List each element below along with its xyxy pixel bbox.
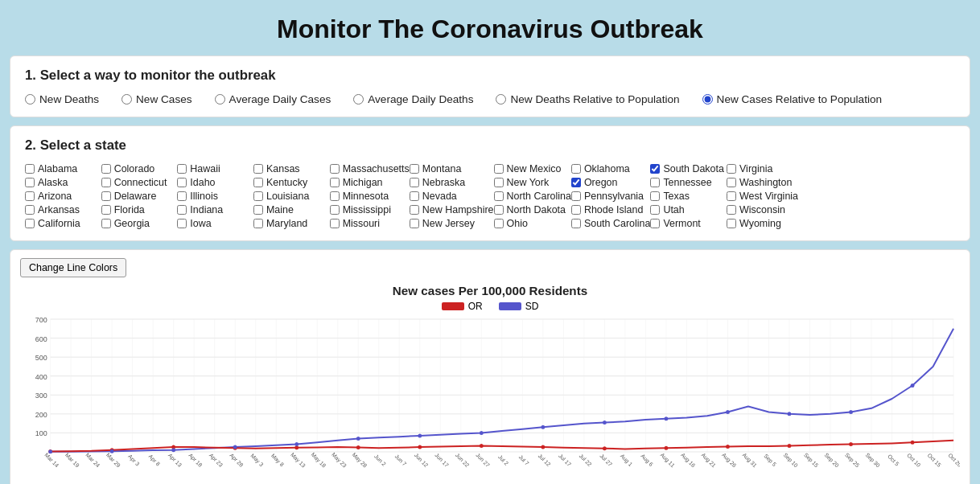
checkbox-input-colorado[interactable] <box>101 164 111 174</box>
checkbox-input-south-carolina[interactable] <box>571 219 581 228</box>
checkbox-oregon[interactable]: Oregon <box>571 177 650 188</box>
checkbox-alaska[interactable]: Alaska <box>25 177 101 188</box>
checkbox-north-carolina[interactable]: North Carolina <box>494 191 571 202</box>
checkbox-georgia[interactable]: Georgia <box>101 218 178 229</box>
checkbox-input-rhode-island[interactable] <box>571 205 581 215</box>
checkbox-input-hawaii[interactable] <box>177 164 187 174</box>
checkbox-input-washington[interactable] <box>727 178 736 187</box>
checkbox-new-mexico[interactable]: New Mexico <box>494 163 571 174</box>
checkbox-maine[interactable]: Maine <box>253 204 330 215</box>
checkbox-input-indiana[interactable] <box>177 205 187 215</box>
checkbox-input-pennsylvania[interactable] <box>571 191 581 201</box>
checkbox-input-texas[interactable] <box>650 191 660 201</box>
checkbox-hawaii[interactable]: Hawaii <box>177 163 253 174</box>
checkbox-input-idaho[interactable] <box>177 178 187 187</box>
checkbox-idaho[interactable]: Idaho <box>177 177 253 188</box>
checkbox-input-alabama[interactable] <box>25 164 35 174</box>
radio-avg-daily-deaths[interactable]: Average Daily Deaths <box>353 93 473 105</box>
checkbox-input-north-carolina[interactable] <box>494 191 504 201</box>
radio-avg-daily-cases[interactable]: Average Daily Cases <box>215 93 331 105</box>
checkbox-west-virginia[interactable]: West Virginia <box>727 191 803 202</box>
checkbox-input-arkansas[interactable] <box>25 205 35 215</box>
checkbox-input-south-dakota[interactable] <box>650 164 660 174</box>
radio-input-new-cases[interactable] <box>121 94 132 105</box>
radio-input-avg-daily-deaths[interactable] <box>353 94 364 105</box>
radio-input-new-deaths[interactable] <box>25 94 35 105</box>
checkbox-input-utah[interactable] <box>650 205 660 215</box>
checkbox-new-jersey[interactable]: New Jersey <box>410 218 494 229</box>
checkbox-missouri[interactable]: Missouri <box>330 218 410 229</box>
checkbox-input-virginia[interactable] <box>727 164 736 174</box>
checkbox-tennessee[interactable]: Tennessee <box>650 177 727 188</box>
checkbox-kentucky[interactable]: Kentucky <box>253 177 330 188</box>
checkbox-pennsylvania[interactable]: Pennsylvania <box>571 191 650 202</box>
checkbox-louisiana[interactable]: Louisiana <box>253 191 330 202</box>
checkbox-input-ohio[interactable] <box>494 219 504 228</box>
radio-input-new-deaths-rel[interactable] <box>496 94 506 105</box>
checkbox-input-wyoming[interactable] <box>727 219 736 228</box>
checkbox-kansas[interactable]: Kansas <box>253 163 330 174</box>
checkbox-input-georgia[interactable] <box>101 219 111 228</box>
checkbox-input-minnesota[interactable] <box>330 191 340 201</box>
checkbox-input-new-hampshire[interactable] <box>410 205 419 215</box>
checkbox-indiana[interactable]: Indiana <box>177 204 253 215</box>
checkbox-washington[interactable]: Washington <box>727 177 803 188</box>
change-colors-button[interactable]: Change Line Colors <box>20 258 126 277</box>
radio-input-new-cases-rel[interactable] <box>702 94 713 105</box>
checkbox-input-mississippi[interactable] <box>330 205 340 215</box>
checkbox-input-alaska[interactable] <box>25 178 35 187</box>
checkbox-input-oklahoma[interactable] <box>571 164 581 174</box>
checkbox-south-dakota[interactable]: South Dakota <box>650 163 727 174</box>
radio-new-cases[interactable]: New Cases <box>121 93 192 105</box>
checkbox-input-maryland[interactable] <box>253 219 263 228</box>
checkbox-massachusetts[interactable]: Massachusetts <box>330 163 410 174</box>
checkbox-input-california[interactable] <box>25 219 35 228</box>
checkbox-input-iowa[interactable] <box>177 219 187 228</box>
radio-new-deaths[interactable]: New Deaths <box>25 93 99 105</box>
checkbox-input-massachusetts[interactable] <box>330 164 340 174</box>
checkbox-nevada[interactable]: Nevada <box>410 191 494 202</box>
checkbox-input-new-york[interactable] <box>494 178 504 187</box>
checkbox-input-kentucky[interactable] <box>253 178 263 187</box>
checkbox-ohio[interactable]: Ohio <box>494 218 571 229</box>
checkbox-utah[interactable]: Utah <box>650 204 727 215</box>
checkbox-michigan[interactable]: Michigan <box>330 177 410 188</box>
checkbox-florida[interactable]: Florida <box>101 204 178 215</box>
checkbox-wyoming[interactable]: Wyoming <box>727 218 803 229</box>
checkbox-north-dakota[interactable]: North Dakota <box>494 204 571 215</box>
radio-new-cases-rel[interactable]: New Cases Relative to Population <box>702 93 883 105</box>
checkbox-input-new-mexico[interactable] <box>494 164 504 174</box>
checkbox-new-hampshire[interactable]: New Hampshire <box>410 204 494 215</box>
checkbox-iowa[interactable]: Iowa <box>177 218 253 229</box>
checkbox-input-wisconsin[interactable] <box>727 205 736 215</box>
checkbox-arkansas[interactable]: Arkansas <box>25 204 101 215</box>
checkbox-input-arizona[interactable] <box>25 191 35 201</box>
checkbox-input-vermont[interactable] <box>650 219 660 228</box>
checkbox-minnesota[interactable]: Minnesota <box>330 191 410 202</box>
checkbox-input-louisiana[interactable] <box>253 191 263 201</box>
checkbox-input-delaware[interactable] <box>101 191 111 201</box>
checkbox-mississippi[interactable]: Mississippi <box>330 204 410 215</box>
checkbox-wisconsin[interactable]: Wisconsin <box>727 204 803 215</box>
checkbox-virginia[interactable]: Virginia <box>727 163 803 174</box>
checkbox-input-maine[interactable] <box>253 205 263 215</box>
checkbox-california[interactable]: California <box>25 218 101 229</box>
checkbox-input-north-dakota[interactable] <box>494 205 504 215</box>
checkbox-arizona[interactable]: Arizona <box>25 191 101 202</box>
checkbox-input-new-jersey[interactable] <box>410 219 419 228</box>
radio-new-deaths-rel[interactable]: New Deaths Relative to Population <box>496 93 679 105</box>
checkbox-input-oregon[interactable] <box>571 178 581 187</box>
checkbox-input-florida[interactable] <box>101 205 111 215</box>
checkbox-input-nebraska[interactable] <box>410 178 419 187</box>
checkbox-maryland[interactable]: Maryland <box>253 218 330 229</box>
checkbox-rhode-island[interactable]: Rhode Island <box>571 204 650 215</box>
checkbox-montana[interactable]: Montana <box>410 163 494 174</box>
checkbox-texas[interactable]: Texas <box>650 191 727 202</box>
checkbox-connecticut[interactable]: Connecticut <box>101 177 178 188</box>
checkbox-input-missouri[interactable] <box>330 219 340 228</box>
checkbox-input-montana[interactable] <box>410 164 419 174</box>
checkbox-oklahoma[interactable]: Oklahoma <box>571 163 650 174</box>
checkbox-input-west-virginia[interactable] <box>727 191 736 201</box>
checkbox-illinois[interactable]: Illinois <box>177 191 253 202</box>
checkbox-input-nevada[interactable] <box>410 191 419 201</box>
